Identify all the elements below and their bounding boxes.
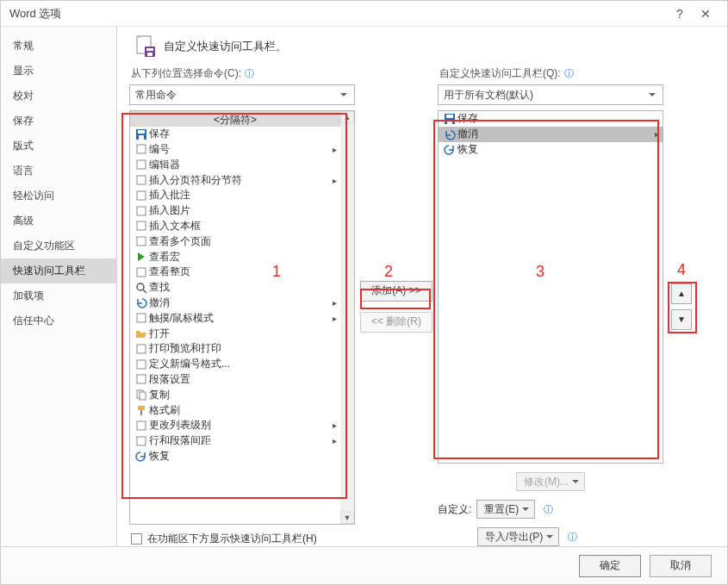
sidebar-item[interactable]: 轻松访问 xyxy=(1,184,116,208)
list-item[interactable]: 恢复 xyxy=(130,449,340,464)
comment-icon xyxy=(134,190,149,202)
sidebar-item[interactable]: 版式 xyxy=(1,134,116,159)
list-item[interactable]: 查找 xyxy=(130,280,340,296)
main-panel: 自定义快速访问工具栏。 从下列位置选择命令(C):ⓘ 常用命令 <分隔符>保存编… xyxy=(117,27,727,546)
list-item[interactable]: 插入文本框 xyxy=(130,219,340,234)
separator-header[interactable]: <分隔符> xyxy=(130,111,340,127)
svg-rect-17 xyxy=(137,314,146,322)
sidebar-item[interactable]: 校对 xyxy=(1,84,116,109)
help-button[interactable]: ? xyxy=(667,7,693,21)
submenu-arrow-icon: ▸ xyxy=(333,145,337,154)
svg-rect-13 xyxy=(137,237,146,246)
list-item[interactable]: 行和段落间距▸ xyxy=(130,433,340,449)
add-button[interactable]: 添加(A) >> xyxy=(360,281,432,302)
list-item-label: 恢复 xyxy=(457,142,478,157)
choose-commands-label: 从下列位置选择命令(C):ⓘ xyxy=(131,66,355,81)
list-item-label: 插入分页符和分节符 xyxy=(149,173,242,188)
list-item-label: 行和段落间距 xyxy=(149,433,211,448)
list-item[interactable]: 定义新编号格式... xyxy=(130,357,340,372)
svg-rect-7 xyxy=(137,145,146,153)
sidebar-item[interactable]: 显示 xyxy=(1,59,116,84)
list-item[interactable]: 恢复 xyxy=(439,142,663,158)
undo-icon xyxy=(134,296,149,308)
submenu-arrow-icon: ▸ xyxy=(333,176,337,185)
list-item[interactable]: 打开 xyxy=(130,326,340,341)
svg-rect-24 xyxy=(140,410,142,415)
svg-rect-19 xyxy=(137,360,146,369)
qat-listbox[interactable]: 保存撤消▸恢复 xyxy=(438,110,663,464)
customize-qat-select[interactable]: 用于所有文档(默认) xyxy=(438,84,663,105)
sidebar-item[interactable]: 高级 xyxy=(1,208,116,233)
info-icon[interactable]: ⓘ xyxy=(544,503,553,516)
list-item[interactable]: 打印预览和打印 xyxy=(130,341,340,357)
show-below-ribbon-label: 在功能区下方显示快速访问工具栏(H) xyxy=(147,532,317,546)
svg-rect-18 xyxy=(137,345,146,353)
sidebar-item[interactable]: 信任中心 xyxy=(1,308,116,333)
submenu-arrow-icon: ▸ xyxy=(333,436,337,445)
customize-label: 自定义: xyxy=(438,502,471,517)
show-below-ribbon-checkbox[interactable] xyxy=(131,533,142,545)
list-item[interactable]: 插入批注 xyxy=(130,188,340,203)
remove-button[interactable]: << 删除(R) xyxy=(360,312,432,333)
break-icon xyxy=(134,174,149,186)
modify-button[interactable]: 修改(M)... xyxy=(516,472,585,491)
list-item[interactable]: 格式刷 xyxy=(130,402,340,418)
list-item[interactable]: 撤消▸ xyxy=(130,296,340,311)
textbox-icon xyxy=(134,220,149,232)
info-icon[interactable]: ⓘ xyxy=(245,67,254,80)
svg-rect-6 xyxy=(139,135,144,140)
import-export-button[interactable]: 导入/导出(P) xyxy=(477,527,559,546)
pages-icon xyxy=(134,235,149,247)
list-item-label: 撤消 xyxy=(149,296,170,310)
cancel-button[interactable]: 取消 xyxy=(650,555,712,577)
sidebar-item[interactable]: 常规 xyxy=(1,34,116,59)
list-item[interactable]: 复制 xyxy=(130,387,340,402)
list-item[interactable]: 保存 xyxy=(130,127,340,142)
list-item[interactable]: 编辑器 xyxy=(130,157,340,172)
sidebar-item[interactable]: 自定义功能区 xyxy=(1,233,116,258)
sidebar-item[interactable]: 快速访问工具栏 xyxy=(1,258,116,283)
svg-rect-2 xyxy=(146,48,153,51)
list-item[interactable]: 段落设置 xyxy=(130,372,340,388)
scroll-up-icon[interactable]: ▲ xyxy=(340,111,354,123)
list-item[interactable]: 查看宏 xyxy=(130,249,340,264)
svg-rect-3 xyxy=(147,53,152,56)
list-item[interactable]: 查看多个页面 xyxy=(130,233,340,249)
svg-rect-10 xyxy=(137,191,146,200)
info-icon[interactable]: ⓘ xyxy=(568,531,577,544)
info-icon[interactable]: ⓘ xyxy=(564,67,574,80)
play-icon xyxy=(134,251,149,263)
list-item-label: 更改列表级别 xyxy=(149,418,211,433)
scrollbar[interactable]: ▲ ▼ xyxy=(340,111,354,524)
choose-commands-select[interactable]: 常用命令 xyxy=(129,84,355,105)
sidebar-item[interactable]: 保存 xyxy=(1,109,116,134)
close-button[interactable]: ✕ xyxy=(693,7,719,21)
qat-icon xyxy=(134,35,157,58)
list-item-label: 打印预览和打印 xyxy=(149,341,221,356)
sidebar-item[interactable]: 语言 xyxy=(1,159,116,184)
redo-icon xyxy=(134,450,149,462)
reset-button[interactable]: 重置(E) xyxy=(476,500,535,519)
list-item[interactable]: 插入图片 xyxy=(130,203,340,219)
svg-rect-11 xyxy=(137,207,146,215)
ok-button[interactable]: 确定 xyxy=(579,555,641,577)
triangle-up-icon: ▲ xyxy=(677,289,686,298)
list-item[interactable]: 查看整页 xyxy=(130,264,340,280)
list-item[interactable]: 编号▸ xyxy=(130,142,340,158)
list-item[interactable]: 更改列表级别▸ xyxy=(130,418,340,433)
triangle-down-icon: ▼ xyxy=(677,314,686,324)
commands-listbox[interactable]: <分隔符>保存编号▸编辑器插入分页符和分节符▸插入批注插入图片插入文本框查看多个… xyxy=(129,110,355,525)
list-item[interactable]: 插入分页符和分节符▸ xyxy=(130,172,340,188)
customize-qat-label: 自定义快速访问工具栏(Q):ⓘ xyxy=(439,66,663,81)
sidebar-item[interactable]: 加载项 xyxy=(1,283,116,308)
editor-icon xyxy=(134,159,149,171)
list-item-label: 撤消 xyxy=(457,127,478,141)
list-item[interactable]: 触摸/鼠标模式▸ xyxy=(130,310,340,326)
scroll-down-icon[interactable]: ▼ xyxy=(340,512,354,524)
list-item[interactable]: 撤消▸ xyxy=(439,127,663,142)
list-item[interactable]: 保存 xyxy=(439,111,663,127)
move-up-button[interactable]: ▲ xyxy=(671,283,692,304)
list-item-label: 插入批注 xyxy=(149,188,190,202)
move-down-button[interactable]: ▼ xyxy=(671,309,692,330)
pic-icon xyxy=(134,205,149,217)
